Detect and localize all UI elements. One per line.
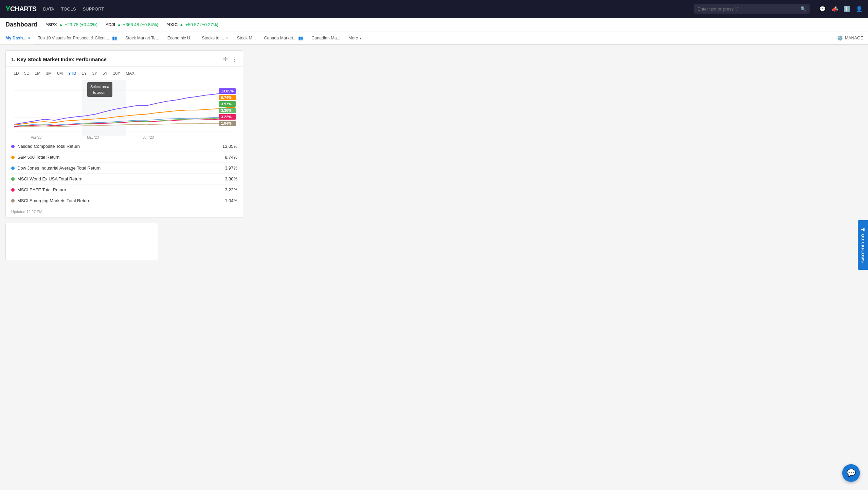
tab-top10visuals-label: Top 10 Visuals for Prospect & Client ... — [38, 36, 110, 40]
ticker-spx[interactable]: ^SPX ▲ +23.75 (+0.40%) — [46, 22, 97, 27]
chart-title: 1. Key Stock Market Index Performance — [11, 56, 107, 62]
tab-canada-users-icon: 👥 — [298, 36, 303, 40]
tab-top10visuals[interactable]: Top 10 Visuals for Prospect & Client ...… — [34, 32, 121, 45]
tab-stocks[interactable]: Stocks to ... ✕ — [198, 32, 233, 45]
nav-icons: 💬 📣 ℹ️ 👤 — [819, 6, 863, 12]
second-card-partial — [5, 223, 158, 260]
info-icon[interactable]: ℹ️ — [844, 6, 850, 12]
time-3y[interactable]: 3Y — [90, 70, 100, 77]
value-tag-5: 1.04% — [219, 121, 236, 126]
time-10y[interactable]: 10Y — [111, 70, 123, 77]
ticker-ixic-name: ^IXIC — [166, 22, 178, 27]
legend-value-4: 3.22% — [225, 187, 237, 192]
tabs-more-label: More — [348, 36, 358, 40]
time-ytd[interactable]: YTD — [66, 70, 79, 77]
tab-stockmarket[interactable]: Stock Market Te... — [121, 32, 163, 45]
chart-more-button[interactable]: ⋮ — [231, 55, 237, 63]
dashboard-title: Dashboard — [5, 21, 37, 28]
legend-value-3: 3.30% — [225, 176, 237, 181]
chart-svg: Apr '23 May '23 Jun '23 — [11, 80, 237, 140]
tabs-more[interactable]: More ▾ — [344, 32, 365, 44]
tab-stockm-label: Stock M... — [237, 36, 256, 40]
tab-mydash-label: My Dash... — [5, 36, 26, 40]
time-3m[interactable]: 3M — [43, 70, 54, 77]
tab-stockm[interactable]: Stock M... — [233, 32, 260, 45]
tab-mydash-dropdown-icon[interactable]: ▾ — [28, 36, 30, 40]
quickflows-label: QUICKFLOWS — [861, 234, 865, 263]
ticker-ixic-value: +50.57 (+0.27%) — [185, 22, 218, 27]
time-5d[interactable]: 5D — [22, 70, 32, 77]
chat-button[interactable]: 💬 — [842, 464, 860, 482]
legend-value-5: 1.04% — [225, 198, 237, 203]
value-tag-0: 13.05% — [219, 88, 236, 94]
manage-button[interactable]: ⚙️ MANAGE — [832, 32, 868, 44]
tab-canada[interactable]: Canada Market... 👥 — [260, 32, 307, 45]
legend-dot-3 — [11, 177, 15, 181]
chart-area: Select areato zoom 13.05% 8.74% 3.97% 3.… — [6, 79, 243, 141]
legend-name-3: MSCI World Ex USA Total Return — [17, 176, 83, 181]
time-6m[interactable]: 6M — [55, 70, 65, 77]
tabs-bar: My Dash... ▾ Top 10 Visuals for Prospect… — [0, 32, 868, 45]
legend-value-0: 13.05% — [222, 144, 237, 149]
ticker-ixic[interactable]: ^IXIC ▲ +50.57 (+0.27%) — [166, 22, 218, 27]
quickflows-button[interactable]: ◀ QUICKFLOWS — [858, 220, 868, 270]
tab-mydash[interactable]: My Dash... ▾ — [1, 32, 34, 45]
tab-canada-label: Canada Market... — [264, 36, 296, 40]
ticker-dji[interactable]: ^DJI ▲ +366.48 (+0.84%) — [106, 22, 158, 27]
legend-value-2: 3.97% — [225, 165, 237, 171]
main-content: 1. Key Stock Market Index Performance ✛ … — [0, 45, 868, 490]
legend-name-2: Dow Jones Industrial Average Total Retur… — [17, 165, 101, 171]
legend-name-5: MSCI Emerging Markets Total Return — [17, 198, 90, 203]
nav-support[interactable]: SUPPORT — [83, 6, 104, 12]
tab-economic[interactable]: Economic U... — [163, 32, 198, 45]
svg-text:Apr '23: Apr '23 — [31, 136, 42, 139]
chart-expand-button[interactable]: ✛ — [223, 55, 228, 63]
megaphone-icon[interactable]: 📣 — [831, 6, 838, 12]
user-icon[interactable]: 👤 — [856, 6, 863, 12]
manage-gear-icon: ⚙️ — [837, 35, 843, 41]
chart-card: 1. Key Stock Market Index Performance ✛ … — [5, 50, 243, 217]
legend-dot-5 — [11, 199, 15, 203]
legend-name-0: Nasdaq Composite Total Return — [17, 144, 80, 149]
chart-actions: ✛ ⋮ — [223, 55, 237, 63]
ticker-dji-arrow: ▲ — [117, 22, 121, 27]
tab-canadian[interactable]: Canadian Ma... — [307, 32, 344, 45]
nav-links: DATA TOOLS SUPPORT — [43, 6, 104, 12]
chart-updated: Updated 12:27 PM — [6, 206, 243, 217]
logo-y: Y — [5, 4, 10, 13]
svg-text:Jun '23: Jun '23 — [143, 136, 154, 139]
legend-name-1: S&P 500 Total Return — [17, 155, 60, 160]
legend-name-4: MSCI EAFE Total Return — [17, 187, 66, 192]
chat-nav-icon[interactable]: 💬 — [819, 6, 826, 12]
time-1m[interactable]: 1M — [33, 70, 43, 77]
legend-item-5[interactable]: MSCI Emerging Markets Total Return 1.04% — [11, 195, 237, 206]
ticker-dji-name: ^DJI — [106, 22, 115, 27]
time-filters: 1D 5D 1M 3M 6M YTD 1Y 3Y 5Y 10Y MAX — [6, 67, 243, 79]
legend-item-0[interactable]: Nasdaq Composite Total Return 13.05% — [11, 141, 237, 152]
logo[interactable]: YCHARTS — [5, 4, 36, 13]
value-tag-2: 3.97% — [219, 101, 236, 107]
time-max[interactable]: MAX — [123, 70, 137, 77]
search-bar: 🔍 — [694, 4, 810, 14]
legend-item-4[interactable]: MSCI EAFE Total Return 3.22% — [11, 185, 237, 195]
tab-stockmarket-label: Stock Market Te... — [125, 36, 159, 40]
ticker-dji-value: +366.48 (+0.84%) — [123, 22, 158, 27]
legend-dot-4 — [11, 188, 15, 192]
ticker-spx-arrow: ▲ — [59, 22, 63, 27]
legend-item-2[interactable]: Dow Jones Industrial Average Total Retur… — [11, 163, 237, 174]
tab-stocks-close-icon[interactable]: ✕ — [226, 36, 229, 40]
logo-charts: CHARTS — [10, 5, 36, 13]
legend-item-3[interactable]: MSCI World Ex USA Total Return 3.30% — [11, 174, 237, 185]
search-input[interactable] — [698, 6, 798, 12]
ticker-spx-value: +23.75 (+0.40%) — [65, 22, 98, 27]
time-5y[interactable]: 5Y — [100, 70, 110, 77]
chat-button-icon: 💬 — [847, 469, 856, 477]
legend-item-1[interactable]: S&P 500 Total Return 8.74% — [11, 152, 237, 163]
time-1y[interactable]: 1Y — [79, 70, 89, 77]
nav-data[interactable]: DATA — [43, 6, 54, 12]
ticker-spx-name: ^SPX — [46, 22, 57, 27]
nav-tools[interactable]: TOOLS — [61, 6, 76, 12]
value-tag-3: 3.30% — [219, 108, 236, 113]
time-1d[interactable]: 1D — [11, 70, 21, 77]
manage-label: MANAGE — [845, 36, 863, 40]
